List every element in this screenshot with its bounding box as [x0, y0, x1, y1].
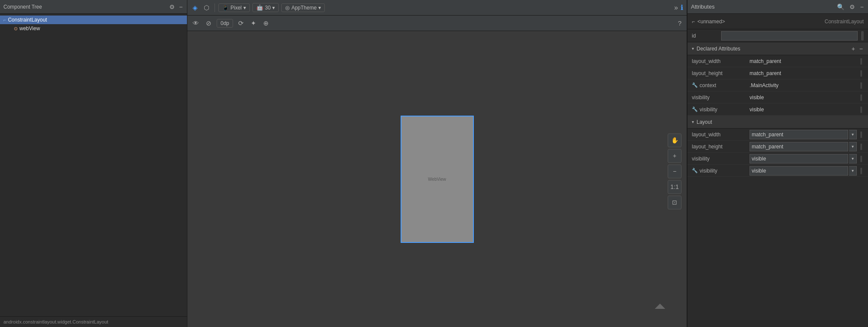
- add-tool-button[interactable]: +: [668, 149, 681, 163]
- attributes-search-button[interactable]: 🔍: [836, 3, 845, 11]
- id-scrollbar: [861, 31, 864, 41]
- tree-content: ⌐ ConstraintLayout ⊙ webView: [0, 14, 187, 316]
- layout-visibility-pin[interactable]: ║: [859, 156, 864, 162]
- layout-header-left: ▾ Layout: [692, 119, 712, 125]
- layout-visibility-wrench-icon: 🔧: [692, 168, 698, 173]
- layout-height-select[interactable]: match_parent wrap_content 0dp: [750, 142, 848, 151]
- design-editor-panel: ◈ ⬡ 📱 Pixel ▾ 🤖 30 ▾ ◎ AppTheme ▾ » ℹ 👁 …: [187, 0, 687, 327]
- context-wrench-icon: 🔧: [692, 82, 698, 88]
- layout-width-label: layout_width: [692, 132, 748, 138]
- api-label: 30: [265, 5, 271, 11]
- tree-item-webview-label: webView: [19, 25, 40, 31]
- layout-visibility-wrench-select[interactable]: visible invisible gone: [750, 166, 848, 176]
- component-tree-title: Component Tree: [3, 4, 42, 10]
- layout-visibility-wrench-pin[interactable]: ║: [859, 168, 864, 174]
- help-icon[interactable]: ?: [676, 19, 683, 28]
- layout-visibility-arrow[interactable]: ▾: [849, 154, 857, 164]
- attribute-id-row: id: [688, 29, 868, 42]
- declared-visibility-wrench-label: 🔧 visibility: [692, 107, 748, 113]
- declared-remove-button[interactable]: −: [859, 44, 864, 53]
- phone-frame: WebView: [401, 116, 474, 243]
- layout-width-arrow[interactable]: ▾: [849, 130, 857, 139]
- layout-width-pin[interactable]: ║: [859, 132, 864, 138]
- canvas-tools: ✋ + − 1:1 ⊡: [668, 133, 681, 209]
- component-tree-minimize-button[interactable]: −: [178, 3, 184, 11]
- layout-height-arrow[interactable]: ▾: [849, 142, 857, 151]
- theme-chevron: ▾: [318, 5, 321, 11]
- declared-layout-width-value: match_parent: [750, 58, 857, 64]
- declared-layout-height-value: match_parent: [750, 70, 857, 76]
- tree-item-webview[interactable]: ⊙ webView: [10, 24, 187, 33]
- layout-visibility-dropdown[interactable]: visible invisible gone ▾: [750, 154, 857, 164]
- attributes-minimize-button[interactable]: −: [859, 3, 865, 11]
- declared-attributes-section-header[interactable]: ▾ Declared Attributes + −: [688, 42, 868, 55]
- layout-visibility-wrench-row: 🔧 visibility visible invisible gone ▾ ║: [688, 165, 868, 177]
- component-tree-panel: Component Tree ⚙ − ⌐ ConstraintLayout ⊙ …: [0, 0, 187, 327]
- pan-icon[interactable]: ⊕: [261, 19, 271, 28]
- id-input[interactable]: [721, 31, 858, 41]
- toolbar-right: ?: [676, 19, 683, 27]
- info-icon[interactable]: ℹ: [681, 3, 683, 12]
- toolbar-expand-icon[interactable]: »: [674, 4, 678, 12]
- layout-width-dropdown[interactable]: match_parent wrap_content 0dp ▾: [750, 130, 857, 139]
- layout-width-row: layout_width match_parent wrap_content 0…: [688, 129, 868, 141]
- main-toolbar: ◈ ⬡ 📱 Pixel ▾ 🤖 30 ▾ ◎ AppTheme ▾ » ℹ: [187, 0, 687, 16]
- layout-visibility-row: visibility visible invisible gone ▾ ║: [688, 153, 868, 165]
- layout-width-select[interactable]: match_parent wrap_content 0dp: [750, 130, 848, 139]
- design-canvas[interactable]: WebView ✋ + − 1:1 ⊡ ◢◣: [187, 31, 687, 327]
- layout-visibility-wrench-arrow[interactable]: ▾: [849, 166, 857, 176]
- hand-tool-button[interactable]: ✋: [668, 133, 681, 147]
- layout-height-dropdown[interactable]: match_parent wrap_content 0dp ▾: [750, 142, 857, 151]
- zoom-fit-button[interactable]: ⊡: [668, 195, 681, 209]
- attributes-settings-button[interactable]: ⚙: [849, 3, 856, 11]
- design-toolbar: 👁 ⊘ 0dp ⟳ ✦ ⊕ ?: [187, 16, 687, 31]
- declared-visibility-value: visible: [750, 94, 857, 101]
- attributes-header: Attributes 🔍 ⚙ −: [688, 0, 868, 14]
- declared-visibility-wrench-value: visible: [750, 107, 857, 113]
- design-mode-icon[interactable]: ◈: [191, 3, 199, 13]
- attributes-content: ▾ Declared Attributes + − layout_width m…: [688, 42, 868, 327]
- layout-visibility-wrench-label: 🔧 visibility: [692, 168, 748, 174]
- declared-attributes-header-icons: + −: [851, 44, 864, 53]
- declared-visibility-pin[interactable]: ║: [859, 94, 864, 101]
- theme-badge[interactable]: ◎ AppTheme ▾: [281, 3, 325, 12]
- declared-add-button[interactable]: +: [851, 44, 856, 53]
- ratio-tool-button[interactable]: 1:1: [668, 180, 681, 194]
- ratio-label: 1:1: [670, 183, 678, 190]
- layout-height-pin[interactable]: ║: [859, 144, 864, 150]
- layout-height-row: layout_height match_parent wrap_content …: [688, 141, 868, 153]
- add-icon: +: [673, 152, 676, 159]
- declared-attributes-header-left: ▾ Declared Attributes: [692, 46, 740, 52]
- declared-layout-width-pin[interactable]: ║: [859, 58, 864, 64]
- attributes-panel: Attributes 🔍 ⚙ − ⌐ <unnamed> ConstraintL…: [687, 0, 868, 327]
- api-badge[interactable]: 🤖 30 ▾: [252, 3, 279, 12]
- magic-icon[interactable]: ✦: [249, 19, 258, 28]
- layout-height-label: layout_height: [692, 144, 748, 150]
- declared-layout-height-pin[interactable]: ║: [859, 70, 864, 76]
- animate-icon[interactable]: ⟳: [236, 19, 246, 28]
- layout-section-header[interactable]: ▾ Layout: [688, 116, 868, 129]
- pixel-badge[interactable]: 📱 Pixel ▾: [218, 3, 250, 12]
- offset-badge[interactable]: 0dp: [217, 19, 233, 28]
- remove-icon: −: [673, 168, 676, 175]
- android-icon: 🤖: [256, 4, 263, 11]
- tree-item-constraintlayout[interactable]: ⌐ ConstraintLayout: [0, 16, 187, 24]
- layout-section-title: Layout: [697, 119, 712, 125]
- layout-visibility-select[interactable]: visible invisible gone: [750, 154, 848, 164]
- api-chevron: ▾: [272, 5, 275, 11]
- visibility-wrench-icon: 🔧: [692, 107, 698, 112]
- component-name-row: ⌐ <unnamed> ConstraintLayout: [688, 14, 868, 29]
- remove-tool-button[interactable]: −: [668, 164, 681, 178]
- component-tree-settings-button[interactable]: ⚙: [168, 3, 176, 11]
- blueprint-mode-icon[interactable]: ⬡: [202, 3, 211, 13]
- component-constraint-icon: ⌐: [692, 19, 695, 25]
- declared-visibility-wrench-row: 🔧 visibility visible ║: [688, 104, 868, 116]
- layout-visibility-wrench-dropdown[interactable]: visible invisible gone ▾: [750, 166, 857, 176]
- component-name: <unnamed>: [697, 19, 725, 25]
- no-render-icon[interactable]: ⊘: [204, 19, 213, 28]
- declared-context-pin[interactable]: ║: [859, 82, 864, 88]
- theme-label: AppTheme: [291, 5, 317, 11]
- eye-icon[interactable]: 👁: [191, 19, 201, 28]
- component-tree-header: Component Tree ⚙ −: [0, 0, 187, 14]
- declared-visibility-wrench-pin[interactable]: ║: [859, 107, 864, 113]
